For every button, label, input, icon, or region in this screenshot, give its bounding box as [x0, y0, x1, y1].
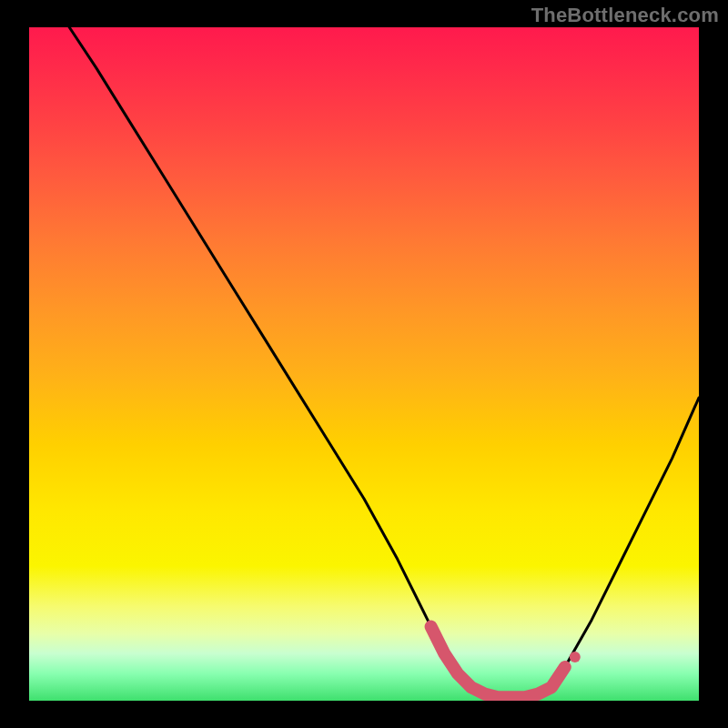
marker-end-dot — [570, 652, 581, 662]
chart-frame: TheBottleneck.com — [0, 0, 728, 728]
chart-svg — [29, 27, 699, 701]
highlight-band-line — [431, 627, 565, 698]
watermark-text: TheBottleneck.com — [531, 4, 719, 27]
plot-area — [29, 27, 699, 701]
highlight-band-dots — [570, 652, 581, 662]
bottleneck-curve-line — [69, 27, 699, 697]
